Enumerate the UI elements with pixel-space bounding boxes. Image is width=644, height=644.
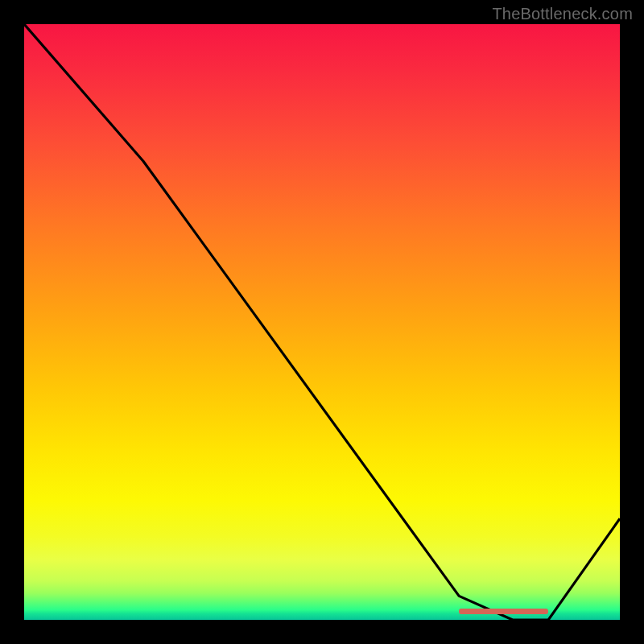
watermark-text: TheBottleneck.com bbox=[492, 5, 633, 23]
curve-path bbox=[24, 24, 620, 620]
chart-plot-area bbox=[24, 24, 620, 620]
bottleneck-curve bbox=[24, 24, 620, 620]
optimal-range-bar bbox=[459, 609, 548, 614]
